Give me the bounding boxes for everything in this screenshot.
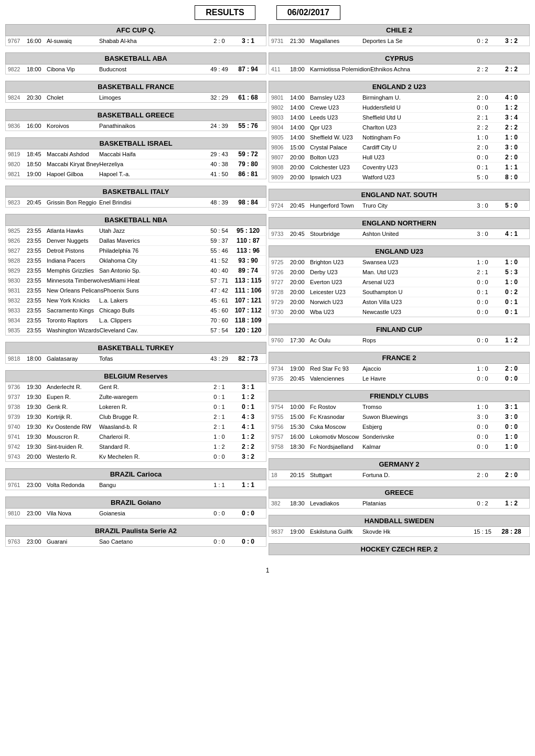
section-title: HOCKEY CZECH REP. 2 bbox=[269, 543, 530, 555]
match-teams: StuttgartFortuna D. bbox=[310, 472, 469, 478]
match-row: 980820:00Colchester U23Coventry U230 : 1… bbox=[269, 163, 530, 172]
match-halftime: 45 : 61 bbox=[206, 297, 232, 304]
match-score: 107 : 112 bbox=[232, 307, 264, 314]
team-home: Colchester U23 bbox=[310, 164, 362, 170]
match-id: 9823 bbox=[8, 199, 27, 206]
match-id: 9761 bbox=[8, 482, 27, 488]
team-home: Levadiakos bbox=[310, 500, 362, 506]
match-score: 98 : 84 bbox=[232, 199, 264, 206]
section: FRANCE 2973419:00Red Star Fc 93Ajaccio1 … bbox=[269, 352, 530, 384]
match-row: 980720:00Bolton U23Hull U230 : 02 : 0 bbox=[269, 153, 530, 163]
match-row: 982823:55Indiana PacersOklahoma City41 :… bbox=[5, 256, 266, 266]
match-id: 9738 bbox=[8, 404, 27, 410]
section-title: BASKETBALL ISRAEL bbox=[5, 137, 266, 149]
match-row: 973619:30Anderlecht R.Gent R.2 : 13 : 1 bbox=[5, 382, 266, 392]
team-away: Zulte-waregem bbox=[99, 394, 152, 400]
team-home: Cska Moscow bbox=[310, 424, 362, 430]
match-time: 18:30 bbox=[290, 444, 310, 450]
team-home: Ipswich U23 bbox=[310, 174, 362, 180]
match-teams: Genk R.Lokeren R. bbox=[47, 404, 206, 410]
team-away: Ashton United bbox=[362, 231, 415, 237]
match-halftime: 0 : 2 bbox=[469, 500, 496, 506]
team-home: Fc Nordsjaelland bbox=[310, 444, 362, 450]
match-score: 93 : 90 bbox=[232, 257, 264, 264]
match-halftime: 0 : 2 bbox=[469, 38, 496, 44]
match-score: 4 : 0 bbox=[496, 94, 527, 101]
match-score: 4 : 3 bbox=[232, 413, 264, 420]
match-halftime: 40 : 38 bbox=[206, 161, 232, 167]
match-id: 9805 bbox=[271, 134, 290, 141]
team-home: Stourbridge bbox=[310, 231, 362, 237]
match-id: 9802 bbox=[271, 104, 290, 111]
match-score: 0 : 1 bbox=[496, 308, 527, 316]
match-halftime: 0 : 0 bbox=[206, 510, 232, 516]
match-time: 20:45 bbox=[290, 375, 310, 382]
match-halftime: 1 : 0 bbox=[206, 434, 232, 440]
section-title: ENGLAND NAT. SOUTH bbox=[269, 189, 530, 201]
match-teams: Hungerford TownTruro City bbox=[310, 202, 469, 209]
team-home: Westerlo R. bbox=[47, 453, 99, 460]
match-time: 15:30 bbox=[290, 424, 310, 430]
match-score: 111 : 106 bbox=[232, 287, 264, 294]
match-row: 981818:00GalatasarayTofas43 : 2982 : 73 bbox=[5, 354, 266, 364]
match-id: 9724 bbox=[271, 202, 290, 209]
match-id: 9829 bbox=[8, 267, 27, 274]
team-away: Platanias bbox=[362, 500, 415, 506]
match-teams: LevadiakosPlatanias bbox=[310, 500, 469, 506]
match-id: 9810 bbox=[8, 510, 27, 516]
team-home: Barnsley U23 bbox=[310, 94, 362, 101]
match-teams: MagallanesDeportes La Se bbox=[310, 38, 469, 44]
match-teams: Sacramento KingsChicago Bulls bbox=[47, 307, 206, 314]
team-away: Birmingham U. bbox=[362, 94, 415, 101]
team-away: Tromso bbox=[362, 404, 415, 410]
match-id: 9822 bbox=[8, 66, 27, 72]
match-row: 975410:00Fc RostovTromso1 : 03 : 1 bbox=[269, 402, 530, 412]
match-row: 973419:00Red Star Fc 93Ajaccio1 : 02 : 0 bbox=[269, 364, 530, 374]
match-row: 972520:00Brighton U23Swansea U231 : 01 :… bbox=[269, 257, 530, 267]
match-score: 110 : 87 bbox=[232, 237, 264, 244]
match-time: 23:55 bbox=[27, 297, 47, 304]
match-halftime: 2 : 1 bbox=[469, 269, 496, 275]
match-halftime: 0 : 1 bbox=[206, 394, 232, 400]
match-score: 0 : 0 bbox=[232, 510, 264, 517]
match-score: 107 : 121 bbox=[232, 297, 264, 304]
match-row: 975716:00Lokomotiv MoscowSonderivske0 : … bbox=[269, 432, 530, 442]
match-teams: Qpr U23Charlton U23 bbox=[310, 124, 469, 131]
match-time: 14:00 bbox=[290, 134, 310, 141]
match-id: 9826 bbox=[8, 237, 27, 244]
match-teams: ValenciennesLe Havre bbox=[310, 375, 469, 382]
section-title: BASKETBALL NBA bbox=[5, 214, 266, 226]
match-time: 15:00 bbox=[290, 414, 310, 420]
section: BRAZIL Goiano981023:00Vila NovaGoianesia… bbox=[5, 496, 266, 519]
match-score: 0 : 1 bbox=[232, 403, 264, 411]
match-halftime: 47 : 42 bbox=[206, 287, 232, 294]
team-away: Standard R. bbox=[99, 444, 152, 450]
match-halftime: 0 : 0 bbox=[469, 154, 496, 160]
match-score: 1 : 1 bbox=[496, 164, 527, 171]
match-id: 9809 bbox=[271, 174, 290, 180]
match-score: 86 : 81 bbox=[232, 170, 264, 178]
match-halftime: 0 : 0 bbox=[469, 299, 496, 305]
match-halftime: 49 : 49 bbox=[206, 66, 232, 72]
match-row: 982523:55Atlanta HawksUtah Jazz50 : 5495… bbox=[5, 226, 266, 236]
team-away: Tofas bbox=[99, 355, 152, 362]
section-title: BASKETBALL FRANCE bbox=[5, 81, 266, 93]
match-time: 20:00 bbox=[290, 259, 310, 265]
team-away: Hull U23 bbox=[362, 154, 415, 160]
team-home: Memphis Grizzlies bbox=[47, 267, 99, 274]
match-teams: Indiana PacersOklahoma City bbox=[47, 257, 206, 264]
team-home: Galatasaray bbox=[47, 355, 99, 362]
right-column: CHILE 2973121:30MagallanesDeportes La Se… bbox=[269, 24, 530, 561]
date-label: 06/02/2017 bbox=[276, 5, 340, 20]
section: BRAZIL Carioca976123:00Volta RedondaBang… bbox=[5, 468, 266, 490]
match-time: 14:00 bbox=[290, 124, 310, 131]
match-teams: Fc NordsjaellandKalmar bbox=[310, 444, 469, 450]
team-home: Derby U23 bbox=[310, 269, 362, 275]
team-home: Stuttgart bbox=[310, 472, 362, 478]
team-home: Hungerford Town bbox=[310, 202, 362, 209]
match-teams: Memphis GrizzliesSan Antonio Sp. bbox=[47, 267, 206, 274]
team-home: Everton U23 bbox=[310, 279, 362, 285]
section: BASKETBALL GREECE983616:00KoroivosPanath… bbox=[5, 109, 266, 131]
match-score: 113 : 96 bbox=[232, 247, 264, 254]
team-away: Suwon Bluewings bbox=[362, 414, 415, 420]
